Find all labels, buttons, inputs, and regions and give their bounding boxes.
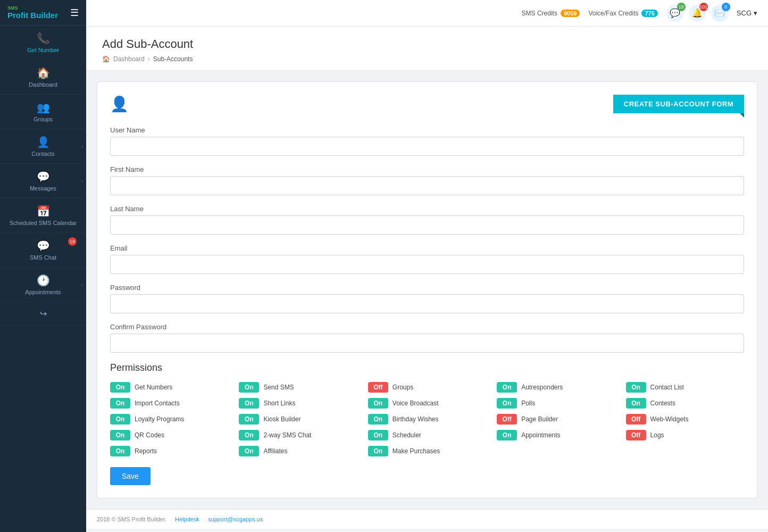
password-label: Password	[110, 284, 744, 292]
chevron-down-icon: ▾	[754, 9, 757, 17]
permission-toggle-make-purchases[interactable]: On	[368, 446, 388, 456]
permission-toggle-2-way-sms-chat[interactable]: On	[239, 430, 259, 440]
calendar-icon: 📅	[37, 205, 50, 218]
copyright: 2018 © SMS Profit Builder.	[97, 516, 166, 522]
permission-toggle-contact-list[interactable]: On	[626, 382, 646, 393]
hamburger-icon[interactable]: ☰	[70, 7, 79, 19]
sidebar-item-groups[interactable]: 👥 Groups	[0, 95, 86, 129]
sidebar-item-dashboard[interactable]: 🏠 Dashboard	[0, 60, 86, 95]
permissions-title: Permissions	[110, 362, 744, 373]
username-group: User Name	[110, 126, 744, 156]
permission-toggle-send-sms[interactable]: On	[239, 382, 259, 393]
helpdesk-link[interactable]: Helpdesk	[175, 516, 199, 522]
save-button[interactable]: Save	[110, 467, 151, 485]
permission-toggle-qr-codes[interactable]: On	[110, 430, 130, 440]
permission-toggle-reports[interactable]: On	[110, 446, 130, 456]
groups-icon: 👥	[37, 101, 50, 114]
permission-item: OnReports	[110, 446, 228, 456]
permission-item: OnAppointments	[497, 430, 615, 440]
sidebar-item-label: Get Number	[27, 47, 59, 53]
sms-credits-label: SMS Credits	[522, 10, 557, 17]
permission-label: Import Contacts	[135, 400, 180, 407]
permission-toggle-web-widgets[interactable]: Off	[626, 414, 646, 425]
permission-toggle-birthday-wishes[interactable]: On	[368, 414, 388, 425]
permission-toggle-groups[interactable]: Off	[368, 382, 388, 393]
sidebar-item-sms-chat[interactable]: 💬 SMS Chat 18	[0, 233, 86, 268]
page-title: Add Sub-Account	[102, 37, 752, 51]
sidebar-item-get-number[interactable]: 📞 Get Number	[0, 26, 86, 60]
sidebar-item-contacts[interactable]: 👤 Contacts ›	[0, 129, 86, 164]
permission-toggle-short-links[interactable]: On	[239, 398, 259, 409]
chat-badge: 18	[677, 3, 686, 11]
permission-label: Loyalty Programs	[135, 415, 184, 423]
permission-item: OnQR Codes	[110, 430, 228, 440]
permission-toggle-polls[interactable]: On	[497, 398, 517, 409]
alert-badge: 101	[699, 3, 708, 11]
messages-icon: 💬	[37, 170, 50, 183]
username-input[interactable]	[110, 137, 744, 156]
contacts-icon: 👤	[37, 136, 50, 148]
permission-item: OnScheduler	[368, 430, 486, 440]
permission-item: OnPolls	[497, 398, 615, 409]
permission-toggle-autresponders[interactable]: On	[497, 382, 517, 393]
breadcrumb: 🏠 Dashboard › Sub-Accounts	[102, 55, 752, 63]
chat-notification-btn[interactable]: 💬 18	[666, 5, 683, 22]
firstname-input[interactable]	[110, 176, 744, 195]
lastname-input[interactable]	[110, 215, 744, 235]
sidebar-item-extra[interactable]: ↪	[0, 302, 86, 326]
alert-notification-btn[interactable]: 🔔 101	[689, 5, 706, 22]
permission-label: Logs	[650, 431, 664, 439]
user-avatar-icon: 👤	[110, 95, 129, 113]
create-sub-account-button[interactable]: CREATE SUB-ACCOUNT FORM	[613, 95, 744, 113]
user-dropdown[interactable]: SCG ▾	[737, 9, 757, 17]
sms-chat-badge: 18	[68, 237, 77, 246]
permission-toggle-loyalty-programs[interactable]: On	[110, 414, 130, 425]
permissions-grid: OnGet NumbersOnSend SMSOffGroupsOnAutres…	[110, 382, 744, 456]
lastname-group: Last Name	[110, 205, 744, 235]
permission-toggle-appointments[interactable]: On	[497, 430, 517, 440]
chevron-right-icon: ›	[81, 282, 83, 288]
permission-item: OffLogs	[626, 430, 744, 440]
chevron-right-icon: ›	[81, 178, 83, 184]
email-label: Email	[110, 244, 744, 252]
chat-icon: 💬	[37, 239, 50, 252]
sidebar-item-scheduled[interactable]: 📅 Scheduled SMS Calendar	[0, 198, 86, 233]
dashboard-icon: 🏠	[37, 66, 50, 79]
page-area: Add Sub-Account 🏠 Dashboard › Sub-Accoun…	[86, 27, 768, 532]
permission-toggle-scheduler[interactable]: On	[368, 430, 388, 440]
permission-item: OnKiosk Builder	[239, 414, 357, 425]
confirm-password-label: Confirm Password	[110, 323, 744, 331]
sidebar: SMS Profit Builder ☰ 📞 Get Number 🏠 Dash…	[0, 0, 86, 532]
permission-toggle-get-numbers[interactable]: On	[110, 382, 130, 393]
permission-toggle-page-builder[interactable]: Off	[497, 414, 517, 425]
permission-toggle-contests[interactable]: On	[626, 398, 646, 409]
sidebar-item-messages[interactable]: 💬 Messages ›	[0, 164, 86, 198]
permission-toggle-import-contacts[interactable]: On	[110, 398, 130, 409]
sidebar-item-label: Appointments	[25, 289, 61, 295]
confirm-password-input[interactable]	[110, 334, 744, 353]
permission-label: QR Codes	[135, 431, 164, 439]
permission-toggle-kiosk-builder[interactable]: On	[239, 414, 259, 425]
permission-label: Contests	[650, 400, 675, 407]
permission-label: Reports	[135, 447, 157, 455]
sidebar-item-appointments[interactable]: 🕐 Appointments ›	[0, 268, 86, 302]
breadcrumb-home[interactable]: Dashboard	[113, 55, 145, 63]
password-group: Password	[110, 284, 744, 313]
appointments-icon: 🕐	[37, 274, 50, 287]
sidebar-item-label: SMS Chat	[30, 254, 56, 261]
permission-item: OnShort Links	[239, 398, 357, 409]
voice-fax-value: 775	[641, 10, 657, 17]
permission-toggle-logs[interactable]: Off	[626, 430, 646, 440]
mail-notification-btn[interactable]: ✉️ 0	[711, 5, 728, 22]
permission-label: Web-Widgets	[650, 415, 689, 423]
email-input[interactable]	[110, 255, 744, 274]
permission-item: OnGet Numbers	[110, 382, 228, 393]
permission-label: Contact List	[650, 384, 684, 391]
breadcrumb-separator: ›	[148, 55, 150, 63]
firstname-group: First Name	[110, 165, 744, 195]
permission-toggle-voice-broadcast[interactable]: On	[368, 398, 388, 409]
password-input[interactable]	[110, 294, 744, 313]
support-email-link[interactable]: support@scgapps.us	[208, 516, 263, 522]
permission-item: OnContests	[626, 398, 744, 409]
permission-toggle-affiliates[interactable]: On	[239, 446, 259, 456]
